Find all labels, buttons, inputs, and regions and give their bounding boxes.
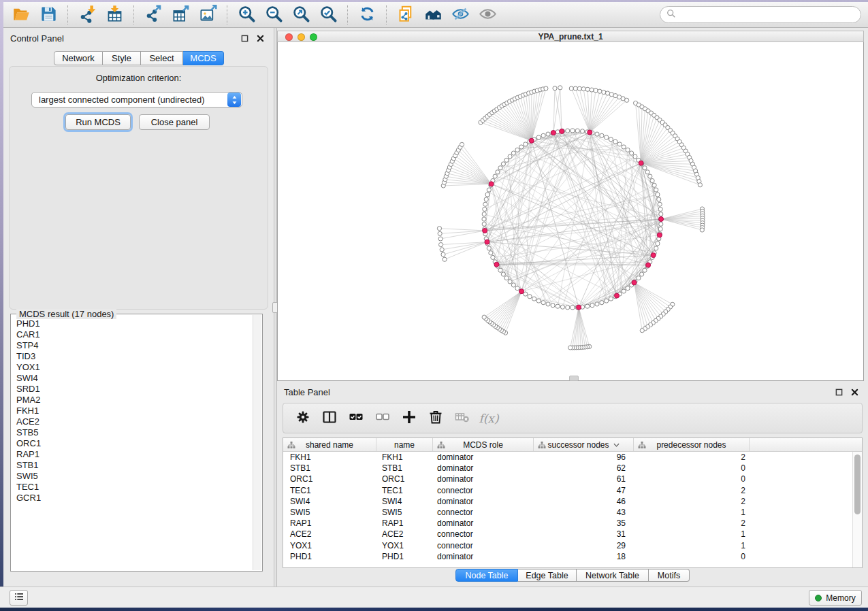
graph-node-mcds[interactable]: [560, 129, 564, 133]
column-header-shared-name[interactable]: shared name: [283, 438, 376, 451]
mcds-result-item[interactable]: STP4: [16, 340, 253, 351]
graph-node[interactable]: [568, 346, 573, 350]
graph-node[interactable]: [438, 231, 442, 235]
graph-node-mcds[interactable]: [485, 240, 489, 244]
graph-node[interactable]: [482, 217, 486, 221]
graph-node[interactable]: [658, 207, 662, 211]
graph-node[interactable]: [622, 145, 626, 149]
network-canvas[interactable]: [277, 42, 864, 381]
graph-node[interactable]: [515, 148, 519, 152]
float-panel-icon[interactable]: [835, 388, 843, 397]
add-column-button[interactable]: [400, 408, 418, 429]
graph-node[interactable]: [551, 303, 555, 308]
graph-node[interactable]: [501, 272, 505, 276]
graph-node[interactable]: [598, 89, 602, 93]
graph-node[interactable]: [460, 142, 464, 146]
mcds-result-item[interactable]: PMA2: [16, 395, 253, 406]
graph-node[interactable]: [659, 222, 663, 226]
graph-node[interactable]: [440, 248, 444, 252]
column-header-successor-nodes[interactable]: successor nodes: [534, 438, 634, 451]
export-table-button[interactable]: [167, 4, 194, 26]
graph-node[interactable]: [487, 188, 491, 192]
mcds-result-item[interactable]: RAP1: [16, 449, 253, 460]
export-network-button[interactable]: [140, 4, 167, 26]
open-folder-button[interactable]: [7, 4, 35, 26]
graph-node[interactable]: [439, 242, 443, 246]
table-row[interactable]: SWI4SWI4dominator462: [283, 496, 852, 507]
graph-node[interactable]: [658, 202, 662, 206]
export-image-button[interactable]: [194, 4, 221, 26]
graph-node[interactable]: [654, 246, 658, 250]
network-window-titlebar[interactable]: YPA_prune.txt_1: [277, 31, 864, 42]
graph-node-mcds[interactable]: [632, 280, 637, 285]
graph-node[interactable]: [438, 237, 443, 241]
graph-node[interactable]: [491, 255, 495, 259]
graph-node-mcds[interactable]: [646, 263, 651, 267]
graph-node-mcds[interactable]: [588, 130, 592, 135]
graph-node-mcds[interactable]: [657, 233, 662, 237]
graph-node[interactable]: [590, 303, 594, 308]
graph-node[interactable]: [498, 268, 502, 272]
table-row[interactable]: ORC1ORC1dominator610: [283, 474, 852, 484]
graph-node[interactable]: [700, 228, 704, 232]
column-header-predecessor-nodes[interactable]: predecessor nodes: [634, 438, 750, 451]
graph-node[interactable]: [605, 135, 609, 139]
table-scrollbar-thumb[interactable]: [854, 455, 861, 514]
graph-node[interactable]: [609, 297, 613, 301]
close-panel-icon[interactable]: [850, 388, 859, 397]
graph-node[interactable]: [493, 174, 497, 178]
graph-node[interactable]: [511, 151, 515, 155]
graph-node[interactable]: [485, 193, 489, 197]
tab-select[interactable]: Select: [141, 51, 183, 65]
mcds-result-item[interactable]: STB5: [16, 427, 253, 438]
graph-node[interactable]: [508, 280, 512, 284]
mcds-result-item[interactable]: SWI5: [16, 471, 253, 482]
graph-node[interactable]: [648, 174, 652, 178]
graph-node[interactable]: [496, 170, 500, 174]
tab-network-table[interactable]: Network Table: [577, 569, 649, 582]
graph-node[interactable]: [515, 286, 519, 291]
graph-node[interactable]: [573, 86, 577, 90]
graph-node[interactable]: [602, 90, 606, 94]
mcds-result-item[interactable]: SWI4: [16, 373, 253, 384]
graph-node[interactable]: [489, 251, 493, 255]
graph-node[interactable]: [613, 139, 617, 144]
graph-node[interactable]: [600, 133, 604, 137]
table-row[interactable]: RAP1RAP1dominator352: [283, 518, 852, 529]
graph-node[interactable]: [585, 87, 590, 91]
table-row[interactable]: ACE2ACE2connector311: [283, 529, 852, 540]
memory-button[interactable]: Memory: [809, 590, 862, 606]
column-header-name[interactable]: name: [376, 438, 433, 451]
graph-node[interactable]: [546, 132, 550, 136]
graph-node[interactable]: [566, 306, 570, 310]
graph-node[interactable]: [590, 88, 594, 92]
minimize-window-icon[interactable]: [298, 33, 305, 41]
graph-node[interactable]: [580, 129, 584, 133]
column-header-mcds-role[interactable]: MCDS role: [433, 438, 534, 451]
graph-node[interactable]: [504, 158, 509, 162]
first-neighbors-button[interactable]: [419, 4, 447, 26]
tab-node-table[interactable]: Node Table: [455, 569, 518, 582]
table-row[interactable]: PHD1PHD1dominator180: [283, 551, 852, 562]
graph-node[interactable]: [482, 315, 486, 319]
graph-node[interactable]: [482, 222, 486, 226]
graph-node[interactable]: [536, 135, 541, 139]
mcds-result-item[interactable]: ORC1: [16, 438, 253, 449]
search-box[interactable]: [660, 6, 861, 23]
float-panel-icon[interactable]: [240, 34, 249, 43]
graph-node[interactable]: [441, 252, 445, 257]
task-history-button[interactable]: [10, 590, 28, 606]
mcds-result-list[interactable]: PHD1CAR1STP4TID3YOX1SWI4SRD1PMA2FKH1ACE2…: [11, 316, 253, 570]
graph-node[interactable]: [443, 257, 447, 261]
refresh-button[interactable]: [353, 4, 381, 26]
graph-node[interactable]: [581, 87, 585, 91]
close-panel-button[interactable]: Close panel: [139, 114, 210, 130]
graph-node[interactable]: [501, 162, 505, 166]
graph-node[interactable]: [544, 86, 548, 90]
graph-node[interactable]: [633, 154, 637, 159]
graph-node[interactable]: [625, 98, 629, 102]
tab-mcds[interactable]: MCDS: [183, 51, 224, 65]
network-graph[interactable]: [278, 42, 863, 380]
table-row[interactable]: STB1STB1dominator620: [283, 463, 852, 474]
graph-node[interactable]: [605, 299, 609, 303]
